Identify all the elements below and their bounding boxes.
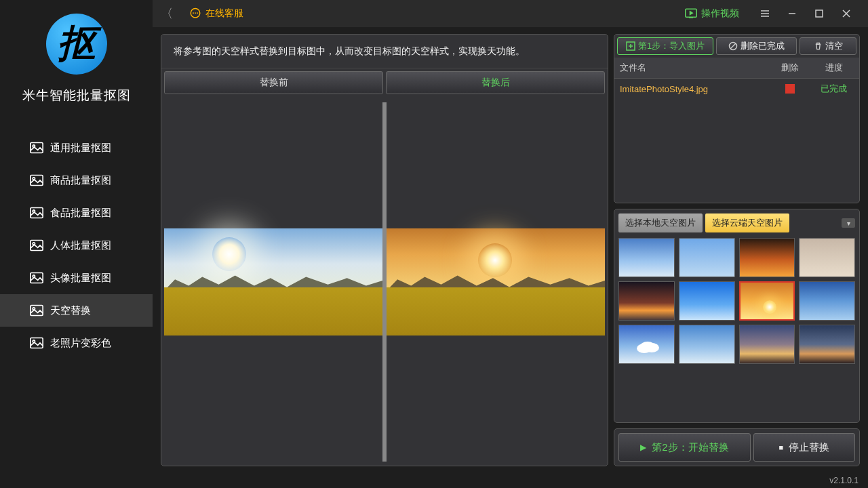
online-support[interactable]: 在线客服 <box>189 7 243 20</box>
sky-thumb[interactable] <box>679 281 735 321</box>
nav-label: 人体批量抠图 <box>50 239 111 252</box>
tab-after[interactable]: 替换后 <box>386 71 605 94</box>
sky-thumb[interactable] <box>618 281 675 321</box>
sky-thumb[interactable] <box>618 238 675 277</box>
app-name: 米牛智能批量抠图 <box>22 87 131 104</box>
nav-list: 通用批量抠图 商品批量抠图 食品批量抠图 人体批量抠图 头像批量抠图 天空替换 … <box>0 131 153 359</box>
nav-avatar[interactable]: 头像批量抠图 <box>0 262 153 294</box>
trash-icon <box>814 41 823 51</box>
close-button[interactable] <box>833 0 860 27</box>
import-button[interactable]: 第1步：导入图片 <box>617 37 713 55</box>
back-button[interactable]: 〈 <box>161 5 173 22</box>
sky-thumb[interactable] <box>679 238 735 277</box>
sky-select-panel: 选择本地天空图片 选择云端天空图片 ▾ <box>614 209 860 423</box>
nav-label: 商品批量抠图 <box>50 174 111 187</box>
delete-done-button[interactable]: 删除已完成 <box>716 37 797 55</box>
main-area: 将参考图的天空样式替换到目标图中，从而改变目标图的天空样式，实现换天功能。 替换… <box>153 27 868 472</box>
tab-before[interactable]: 替换前 <box>164 71 383 94</box>
preview-panel: 将参考图的天空样式替换到目标图中，从而改变目标图的天空样式，实现换天功能。 替换… <box>161 34 608 466</box>
file-panel: 第1步：导入图片 删除已完成 清空 文件名 删除 进度 ImitatePhoto… <box>614 34 860 203</box>
import-label: 第1步：导入图片 <box>638 40 705 52</box>
file-table-header: 文件名 删除 进度 <box>614 58 859 79</box>
maximize-button[interactable] <box>806 0 833 27</box>
nav-product[interactable]: 商品批量抠图 <box>0 164 153 197</box>
file-progress: 已完成 <box>808 79 859 99</box>
preview-after <box>387 102 605 462</box>
col-progress: 进度 <box>808 58 859 78</box>
video-icon <box>685 8 697 19</box>
nav-label: 食品批量抠图 <box>50 207 111 220</box>
clear-button[interactable]: 清空 <box>800 37 856 55</box>
svg-rect-4 <box>31 208 43 218</box>
file-name: ImitatePhotoStyle4.jpg <box>614 80 771 98</box>
sky-thumb[interactable] <box>739 325 795 364</box>
svg-rect-10 <box>31 306 43 316</box>
start-label: 第2步：开始替换 <box>652 441 728 454</box>
stop-label: 停止替换 <box>789 441 829 454</box>
nav-food[interactable]: 食品批量抠图 <box>0 197 153 229</box>
svg-rect-12 <box>31 338 43 348</box>
import-icon <box>626 41 635 51</box>
start-button[interactable]: 第2步：开始替换 <box>618 433 751 462</box>
svg-rect-0 <box>31 143 43 153</box>
support-label: 在线客服 <box>205 7 243 20</box>
version-label: v2.1.0.1 <box>829 476 859 485</box>
app-logo: 抠 <box>46 14 107 75</box>
titlebar: 〈 在线客服 操作视频 <box>153 0 868 27</box>
svg-rect-2 <box>31 176 43 186</box>
svg-rect-8 <box>31 273 43 283</box>
svg-rect-16 <box>816 10 823 17</box>
nav-colorize[interactable]: 老照片变彩色 <box>0 327 153 359</box>
collapse-toggle[interactable]: ▾ <box>842 218 855 228</box>
tab-local-sky[interactable]: 选择本地天空图片 <box>618 214 703 232</box>
nav-label: 老照片变彩色 <box>50 337 111 350</box>
forbid-icon <box>728 41 738 51</box>
footer-panel: 第2步：开始替换 停止替换 <box>614 428 860 466</box>
description: 将参考图的天空样式替换到目标图中，从而改变目标图的天空样式，实现换天功能。 <box>161 35 608 68</box>
nav-label: 天空替换 <box>50 304 91 317</box>
operation-video[interactable]: 操作视频 <box>685 7 739 20</box>
nav-label: 通用批量抠图 <box>50 142 111 155</box>
col-filename: 文件名 <box>614 58 771 78</box>
sidebar: 抠 米牛智能批量抠图 通用批量抠图 商品批量抠图 食品批量抠图 人体批量抠图 头… <box>0 0 153 488</box>
minimize-button[interactable] <box>778 0 806 27</box>
sky-thumb[interactable] <box>618 325 675 364</box>
sky-thumb[interactable] <box>799 325 855 364</box>
nav-label: 头像批量抠图 <box>50 272 111 285</box>
menu-button[interactable] <box>751 0 778 27</box>
clear-label: 清空 <box>825 40 843 52</box>
file-table-body: ImitatePhotoStyle4.jpg 已完成 <box>614 79 859 203</box>
sky-thumb-selected[interactable] <box>739 281 795 321</box>
sky-thumb[interactable] <box>679 325 735 364</box>
sky-thumb[interactable] <box>799 281 855 321</box>
sky-thumb[interactable] <box>739 238 795 277</box>
nav-general[interactable]: 通用批量抠图 <box>0 131 153 164</box>
preview-split <box>164 102 605 462</box>
nav-sky[interactable]: 天空替换 <box>0 294 153 327</box>
tab-cloud-sky[interactable]: 选择云端天空图片 <box>705 214 789 232</box>
chat-icon <box>189 7 201 20</box>
opvideo-label: 操作视频 <box>701 7 739 20</box>
svg-rect-6 <box>31 241 43 251</box>
nav-body[interactable]: 人体批量抠图 <box>0 229 153 262</box>
delete-file-button[interactable] <box>785 84 795 94</box>
right-column: 第1步：导入图片 删除已完成 清空 文件名 删除 进度 ImitatePhoto… <box>614 34 860 466</box>
col-delete: 删除 <box>771 58 808 78</box>
stop-button[interactable]: 停止替换 <box>753 433 855 462</box>
file-row[interactable]: ImitatePhotoStyle4.jpg 已完成 <box>614 79 859 99</box>
preview-before <box>164 102 382 462</box>
sky-thumb[interactable] <box>799 238 855 277</box>
delete-done-label: 删除已完成 <box>741 40 785 52</box>
sky-thumbnails <box>618 238 855 364</box>
